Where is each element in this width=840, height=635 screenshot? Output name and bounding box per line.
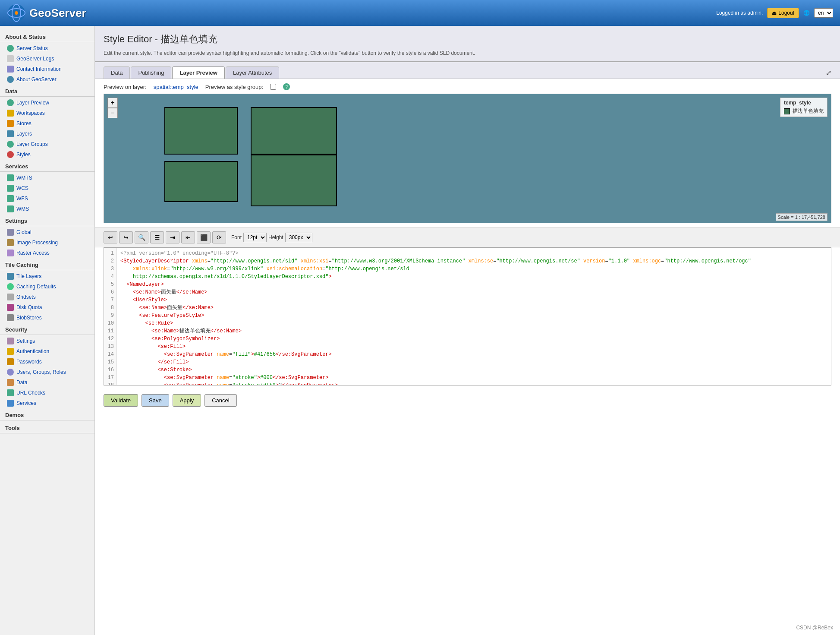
sidebar-label-contact: Contact Information bbox=[16, 66, 62, 72]
layer-groups-icon bbox=[7, 141, 14, 148]
map-container: + − temp_style 描边单色填充 Scale = 1 : 17,451… bbox=[104, 94, 831, 223]
svg-point-3 bbox=[15, 11, 18, 15]
sidebar-item-data-security[interactable]: Data bbox=[0, 377, 94, 388]
sidebar-item-wms[interactable]: WMS bbox=[0, 204, 94, 214]
sidebar-item-url-checks[interactable]: URL Checks bbox=[0, 388, 94, 398]
sidebar-item-workspaces[interactable]: Workspaces bbox=[0, 108, 94, 118]
language-select[interactable]: en bbox=[814, 8, 833, 18]
sidebar-item-blobstores[interactable]: BlobStores bbox=[0, 313, 94, 323]
height-select[interactable]: 200px 300px 400px 500px bbox=[285, 233, 312, 242]
sidebar-section-settings: Settings bbox=[0, 214, 94, 226]
outdent-button[interactable]: ⇤ bbox=[181, 231, 195, 243]
sidebar-label-workspaces: Workspaces bbox=[16, 110, 45, 116]
preview-layer-link[interactable]: spatial:temp_style bbox=[154, 84, 198, 90]
wfs-icon bbox=[7, 195, 14, 202]
sidebar-item-image-processing[interactable]: Image Processing bbox=[0, 237, 94, 248]
sidebar-label-global: Global bbox=[16, 229, 31, 235]
sidebar-item-users-groups-roles[interactable]: Users, Groups, Roles bbox=[0, 367, 94, 377]
refresh-button[interactable]: ⟳ bbox=[212, 231, 226, 243]
sidebar-item-layer-preview[interactable]: Layer Preview bbox=[0, 98, 94, 108]
map-rect-4 bbox=[251, 155, 337, 206]
undo-button[interactable]: ↩ bbox=[104, 231, 117, 243]
sidebar-item-styles[interactable]: Styles bbox=[0, 149, 94, 160]
sidebar: About & Status Server Status GeoServer L… bbox=[0, 26, 95, 635]
map-legend-entry-label: 描边单色填充 bbox=[793, 107, 824, 115]
sidebar-item-wfs[interactable]: WFS bbox=[0, 193, 94, 204]
blob-stores-icon bbox=[7, 314, 14, 321]
raster-access-icon bbox=[7, 250, 14, 256]
cancel-button[interactable]: Cancel bbox=[204, 394, 236, 407]
scale-label: Scale = 1 : 17,451,728 bbox=[776, 213, 827, 221]
sidebar-item-server-status[interactable]: Server Status bbox=[0, 43, 94, 54]
sidebar-item-layer-groups[interactable]: Layer Groups bbox=[0, 139, 94, 149]
sidebar-item-wmts[interactable]: WMTS bbox=[0, 173, 94, 183]
sidebar-item-passwords[interactable]: Passwords bbox=[0, 357, 94, 367]
sidebar-item-global[interactable]: Global bbox=[0, 227, 94, 237]
sidebar-item-stores[interactable]: Stores bbox=[0, 118, 94, 129]
map-legend-swatch bbox=[784, 108, 790, 114]
zoom-in-button[interactable]: + bbox=[107, 98, 118, 108]
sidebar-item-authentication[interactable]: Authentication bbox=[0, 346, 94, 357]
tab-data[interactable]: Data bbox=[104, 66, 130, 79]
redo-button[interactable]: ↪ bbox=[119, 231, 133, 243]
globe-icon: 🌐 bbox=[803, 10, 810, 16]
expand-icon[interactable]: ⤢ bbox=[826, 69, 831, 77]
sidebar-item-gridsets[interactable]: Gridsets bbox=[0, 292, 94, 302]
zoom-out-button[interactable]: − bbox=[107, 108, 118, 118]
logout-button[interactable]: ⏏ Logout bbox=[767, 8, 799, 18]
sidebar-item-services-security[interactable]: Services bbox=[0, 398, 94, 408]
sidebar-label-data-security: Data bbox=[16, 379, 27, 385]
logout-label: Logout bbox=[778, 10, 794, 16]
tab-publishing[interactable]: Publishing bbox=[131, 66, 171, 79]
sidebar-label-disk-quota: Disk Quota bbox=[16, 304, 42, 310]
sidebar-item-raster-access[interactable]: Raster Access bbox=[0, 248, 94, 258]
sidebar-label-wfs: WFS bbox=[16, 196, 28, 202]
sidebar-item-contact[interactable]: Contact Information bbox=[0, 64, 94, 74]
sidebar-item-security-settings[interactable]: Settings bbox=[0, 336, 94, 346]
code-editor[interactable]: 12345678910111213141516171819202122 <?xm… bbox=[104, 247, 831, 385]
sidebar-item-disk-quota[interactable]: Disk Quota bbox=[0, 302, 94, 313]
apply-button[interactable]: Apply bbox=[173, 394, 201, 407]
tab-layer-attributes[interactable]: Layer Attributes bbox=[226, 66, 279, 79]
sidebar-label-caching-defaults: Caching Defaults bbox=[16, 284, 56, 290]
code-content[interactable]: <?xml version="1.0" encoding="UTF-8"?> <… bbox=[117, 248, 831, 385]
sidebar-item-logs[interactable]: GeoServer Logs bbox=[0, 54, 94, 64]
tab-layer-preview[interactable]: Layer Preview bbox=[172, 66, 224, 79]
passwords-icon bbox=[7, 358, 14, 365]
search-replace-button[interactable]: 🔍 bbox=[135, 231, 148, 243]
security-settings-icon bbox=[7, 338, 14, 344]
sidebar-label-layer-preview: Layer Preview bbox=[16, 100, 49, 106]
format-button[interactable]: ☰ bbox=[150, 231, 164, 243]
sidebar-label-passwords: Passwords bbox=[16, 359, 42, 365]
sidebar-label-layer-groups: Layer Groups bbox=[16, 141, 48, 147]
save-button[interactable]: Save bbox=[142, 394, 169, 407]
sidebar-label-layers: Layers bbox=[16, 131, 32, 137]
help-icon[interactable]: ? bbox=[283, 83, 290, 90]
font-size-select[interactable]: 8pt 10pt 12pt 14pt 16pt bbox=[243, 233, 267, 242]
main-content: Style Editor - 描边单色填充 Edit the current s… bbox=[95, 26, 840, 635]
server-status-icon bbox=[7, 45, 14, 52]
global-icon bbox=[7, 229, 14, 236]
insert-button[interactable]: ⬛ bbox=[197, 231, 211, 243]
sidebar-section-tools: Tools bbox=[0, 421, 94, 433]
preview-style-group-checkbox[interactable] bbox=[270, 84, 276, 90]
caching-defaults-icon bbox=[7, 283, 14, 290]
sidebar-section-demos: Demos bbox=[0, 408, 94, 420]
line-numbers: 12345678910111213141516171819202122 bbox=[104, 248, 117, 385]
sidebar-item-caching-defaults[interactable]: Caching Defaults bbox=[0, 281, 94, 292]
indent-button[interactable]: ⇥ bbox=[166, 231, 179, 243]
header-right: Logged in as admin. ⏏ Logout 🌐 en bbox=[716, 8, 833, 18]
tabs-bar: Data Publishing Layer Preview Layer Attr… bbox=[95, 62, 840, 79]
sidebar-item-wcs[interactable]: WCS bbox=[0, 183, 94, 193]
preview-controls: Preview on layer: spatial:temp_style Pre… bbox=[104, 83, 831, 90]
validate-button[interactable]: Validate bbox=[104, 394, 138, 407]
page-description: Edit the current style. The editor can p… bbox=[104, 49, 831, 57]
contact-icon bbox=[7, 66, 14, 73]
geoserver-logo-icon bbox=[7, 3, 26, 22]
sidebar-item-layers[interactable]: Layers bbox=[0, 129, 94, 139]
sidebar-item-tile-layers[interactable]: Tile Layers bbox=[0, 271, 94, 281]
sidebar-section-security: Security bbox=[0, 323, 94, 335]
map-legend-title: temp_style bbox=[784, 100, 824, 106]
sidebar-item-about[interactable]: About GeoServer bbox=[0, 74, 94, 85]
layer-preview-icon bbox=[7, 99, 14, 106]
